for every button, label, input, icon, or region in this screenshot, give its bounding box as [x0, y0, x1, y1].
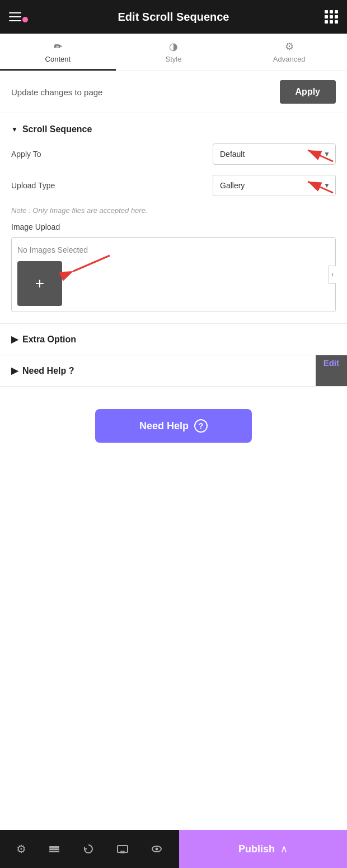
gear-icon: ⚙: [285, 40, 294, 53]
update-bar: Update changes to page Apply: [0, 71, 347, 113]
chevron-up-icon: ∧: [280, 843, 288, 855]
note-text: Note : Only Image files are accepted her…: [11, 206, 336, 215]
pencil-icon: ✏: [54, 40, 62, 53]
apply-to-select-wrapper: Default Custom ▼: [213, 143, 336, 165]
eye-icon[interactable]: [151, 843, 163, 855]
image-upload-section: Image Upload No Images Selected + ‹: [11, 222, 336, 312]
apply-to-label: Apply To: [11, 150, 41, 159]
scroll-sequence-title: Scroll Sequence: [22, 124, 92, 134]
page-title: Edit Scroll Sequence: [118, 11, 229, 24]
svg-point-9: [155, 848, 158, 851]
svg-rect-3: [49, 846, 59, 848]
scroll-sequence-header[interactable]: ▼ Scroll Sequence: [11, 124, 336, 134]
layers-icon[interactable]: [48, 843, 60, 855]
spacer: [0, 465, 347, 622]
no-images-text: No Images Selected: [17, 243, 330, 261]
half-circle-icon: ◑: [169, 40, 178, 53]
need-help-header: ▶ Need Help ?: [11, 365, 336, 376]
publish-label: Publish: [238, 843, 275, 855]
need-help-section-header[interactable]: ▶ Need Help ? Edit: [0, 355, 347, 387]
need-help-arrow-icon: ▶: [11, 365, 18, 376]
help-circle-icon: ?: [194, 419, 208, 433]
need-help-button[interactable]: Need Help ?: [95, 409, 252, 443]
upload-type-select[interactable]: Gallery Video Custom: [213, 175, 336, 196]
edit-panel: Edit: [316, 355, 347, 386]
need-help-title: Need Help ?: [22, 366, 74, 376]
apply-button[interactable]: Apply: [280, 80, 336, 104]
header: Edit Scroll Sequence: [0, 0, 347, 34]
image-upload-box: No Images Selected + ‹: [11, 237, 336, 312]
extra-option-title: Extra Option: [22, 335, 76, 345]
collapse-arrow-icon: ▼: [11, 126, 18, 133]
plus-icon: +: [35, 276, 44, 291]
extra-option-arrow-icon: ▶: [11, 334, 18, 345]
extra-option-header: ▶ Extra Option: [11, 334, 336, 345]
add-image-button[interactable]: +: [17, 261, 62, 306]
upload-type-row: Upload Type Gallery Video Custom ▼: [11, 175, 336, 196]
collapse-panel-button[interactable]: ‹: [329, 266, 336, 284]
tab-content[interactable]: ✏ Content: [0, 34, 116, 71]
tab-bar: ✏ Content ◑ Style ⚙ Advanced: [0, 34, 347, 71]
update-text: Update changes to page: [11, 87, 102, 97]
scroll-sequence-section: ▼ Scroll Sequence Apply To Default Custo…: [0, 113, 347, 324]
upload-type-select-wrapper: Gallery Video Custom ▼: [213, 175, 336, 196]
apply-to-row: Apply To Default Custom ▼: [11, 143, 336, 165]
responsive-icon[interactable]: [116, 843, 129, 855]
notification-dot: [22, 17, 28, 22]
edit-button[interactable]: Edit: [316, 355, 347, 371]
grid-menu-icon[interactable]: [325, 10, 338, 24]
publish-button[interactable]: Publish ∧: [179, 830, 347, 868]
edit-panel-bottom: [316, 371, 347, 387]
upload-type-label: Upload Type: [11, 181, 55, 190]
apply-to-select[interactable]: Default Custom: [213, 143, 336, 165]
tab-style[interactable]: ◑ Style: [116, 34, 232, 71]
history-icon[interactable]: [82, 843, 95, 855]
settings-icon[interactable]: ⚙: [16, 842, 26, 856]
need-help-btn-label: Need Help: [139, 420, 189, 432]
extra-option-section[interactable]: ▶ Extra Option: [0, 324, 347, 355]
image-upload-label: Image Upload: [11, 222, 336, 231]
tab-advanced[interactable]: ⚙ Advanced: [231, 34, 347, 71]
bottom-icon-group: ⚙: [0, 842, 179, 856]
need-help-button-section: Need Help ?: [0, 387, 347, 465]
svg-rect-5: [49, 851, 59, 852]
menu-button[interactable]: [9, 12, 21, 21]
bottom-bar: ⚙ Publish: [0, 830, 347, 868]
svg-rect-4: [49, 848, 59, 850]
